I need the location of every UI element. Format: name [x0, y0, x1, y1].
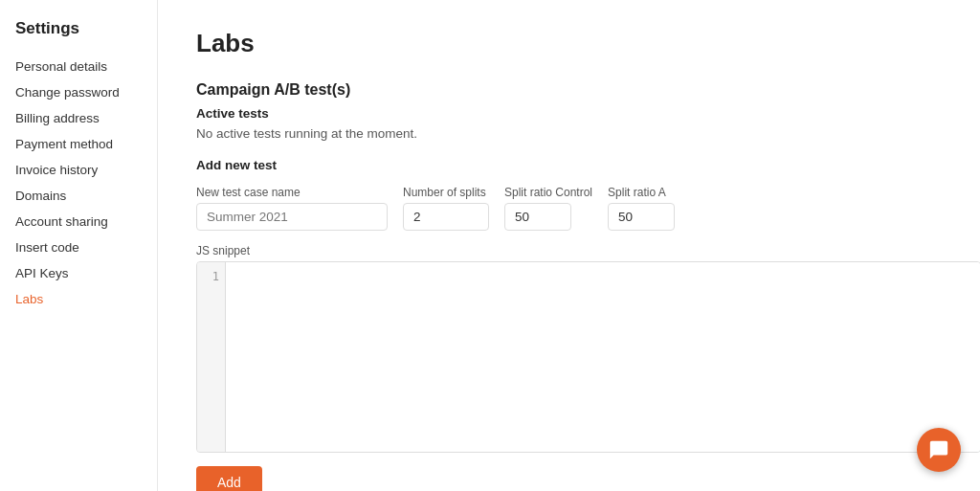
sidebar-item-personal-details[interactable]: Personal details [0, 54, 157, 79]
js-snippet-label: JS snippet [196, 244, 942, 257]
page-title: Labs [196, 29, 942, 58]
add-button[interactable]: Add [196, 466, 262, 491]
new-test-case-name-input[interactable] [196, 203, 388, 231]
number-of-splits-input[interactable] [403, 203, 489, 231]
split-ratio-a-group: Split ratio A [608, 186, 675, 231]
split-ratio-control-group: Split ratio Control [504, 186, 592, 231]
main-content: Labs Campaign A/B test(s) Active tests N… [158, 0, 980, 491]
section-title: Campaign A/B test(s) [196, 81, 942, 99]
sidebar-item-insert-code[interactable]: Insert code [0, 234, 157, 260]
chat-icon [928, 439, 949, 460]
split-ratio-control-input[interactable] [504, 203, 571, 231]
sidebar-item-payment-method[interactable]: Payment method [0, 131, 157, 157]
sidebar: Settings Personal details Change passwor… [0, 0, 158, 491]
sidebar-item-account-sharing[interactable]: Account sharing [0, 209, 157, 234]
sidebar-title: Settings [0, 19, 157, 54]
split-ratio-a-label: Split ratio A [608, 186, 675, 199]
split-ratio-control-label: Split ratio Control [504, 186, 592, 199]
line-number-1: 1 [203, 270, 219, 283]
new-test-case-name-label: New test case name [196, 186, 388, 199]
add-new-test-label: Add new test [196, 158, 942, 172]
no-tests-text: No active tests running at the moment. [196, 126, 942, 141]
chat-button[interactable] [917, 428, 961, 472]
split-ratio-a-input[interactable] [608, 203, 675, 231]
sidebar-item-labs[interactable]: Labs [0, 286, 157, 312]
number-of-splits-group: Number of splits [403, 186, 489, 231]
active-tests-label: Active tests [196, 106, 942, 121]
form-row: New test case name Number of splits Spli… [196, 186, 942, 231]
number-of-splits-label: Number of splits [403, 186, 489, 199]
sidebar-item-invoice-history[interactable]: Invoice history [0, 157, 157, 183]
js-snippet-textarea[interactable] [226, 262, 980, 452]
sidebar-item-domains[interactable]: Domains [0, 183, 157, 209]
new-test-case-name-group: New test case name [196, 186, 388, 231]
sidebar-item-api-keys[interactable]: API Keys [0, 260, 157, 286]
sidebar-item-billing-address[interactable]: Billing address [0, 105, 157, 131]
line-numbers: 1 [197, 262, 226, 452]
code-editor: 1 [196, 261, 980, 453]
sidebar-item-change-password[interactable]: Change password [0, 79, 157, 105]
